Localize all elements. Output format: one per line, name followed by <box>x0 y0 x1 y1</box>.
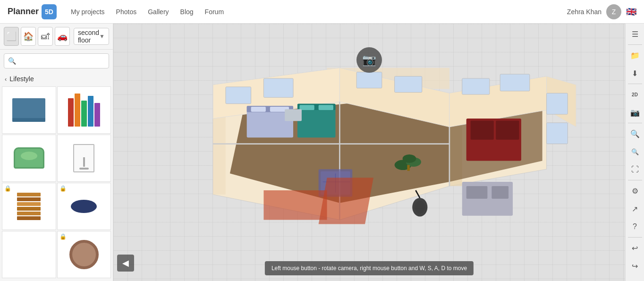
tool-car[interactable]: 🚗 <box>55 27 70 46</box>
lock-icon: 🔒 <box>59 185 67 192</box>
fullscreen-button[interactable]: ⛶ <box>627 161 644 178</box>
svg-rect-14 <box>226 87 251 104</box>
nav-photos[interactable]: Photos <box>116 8 137 16</box>
nav-back-arrow[interactable]: ◀ <box>117 255 134 272</box>
svg-rect-31 <box>471 120 494 139</box>
divider <box>628 84 642 84</box>
menu-button[interactable]: ☰ <box>627 26 644 43</box>
floor-plan-svg <box>151 43 587 262</box>
chevron-left-icon: ◀ <box>122 258 129 268</box>
svg-rect-28 <box>299 105 314 110</box>
tool-home[interactable]: 🏠 <box>21 27 36 46</box>
share-button[interactable]: ↗ <box>627 200 644 217</box>
tool-sofa[interactable]: 🛋 <box>38 27 53 46</box>
divider <box>628 180 642 180</box>
svg-rect-32 <box>496 120 519 139</box>
svg-point-36 <box>403 154 416 163</box>
logo-badge: 5D <box>42 4 57 19</box>
svg-point-48 <box>415 201 425 213</box>
zoom-out-button[interactable]: 🔍 <box>627 143 644 160</box>
search-bar[interactable]: 🔍 <box>4 53 109 68</box>
list-item[interactable] <box>2 86 56 134</box>
toolbar: ⬜ 🏠 🛋 🚗 second floor ▼ <box>0 24 113 50</box>
tool-new[interactable]: ⬜ <box>4 27 19 46</box>
svg-rect-17 <box>395 77 422 93</box>
user-area: Zehra Khan Z 🇬🇧 <box>567 4 636 19</box>
list-item[interactable]: 🔒 <box>57 183 111 230</box>
avatar[interactable]: Z <box>606 4 621 19</box>
list-item[interactable]: 🔒 <box>2 183 56 230</box>
list-item[interactable]: 🔒 <box>2 231 56 278</box>
items-grid: 🔒 🔒 🔒 🔒 <box>0 85 113 279</box>
item-books-colorful <box>63 92 105 128</box>
svg-rect-33 <box>285 109 302 121</box>
svg-rect-24 <box>251 107 266 112</box>
tooltip-bar: Left mouse button - rotate camera, right… <box>265 261 474 275</box>
svg-rect-16 <box>356 72 382 88</box>
svg-rect-45 <box>466 186 488 199</box>
redo-button[interactable]: ↪ <box>627 257 644 274</box>
settings-button[interactable]: ⚙ <box>627 182 644 199</box>
zoom-in-button[interactable]: 🔍 <box>627 125 644 142</box>
search-input[interactable] <box>19 58 105 65</box>
help-button[interactable]: ? <box>627 218 644 235</box>
svg-rect-21 <box>547 123 568 144</box>
list-item[interactable] <box>57 86 111 134</box>
lock-icon: 🔒 <box>4 185 11 192</box>
list-item[interactable]: 🔒 <box>57 231 111 278</box>
2d-mode-button[interactable]: 2D <box>627 86 644 103</box>
divider <box>628 44 642 45</box>
item-bathtub <box>8 140 50 177</box>
canvas-area[interactable]: 📷 <box>113 24 625 281</box>
nav-links: My projects Photos Gallery Blog Forum <box>71 8 567 16</box>
nav-my-projects[interactable]: My projects <box>71 8 105 16</box>
download-button[interactable]: ⬇ <box>627 65 644 82</box>
category-name: Lifestyle <box>9 75 34 83</box>
floor-select-value: second floor <box>78 29 99 44</box>
chevron-down-icon: ▼ <box>99 33 105 40</box>
right-panel: ☰ 📁 ⬇ 2D 📷 🔍 🔍 ⛶ ⚙ ↗ ? ↩ ↪ <box>625 24 644 281</box>
nav-gallery[interactable]: Gallery <box>148 8 169 16</box>
logo-text: Planner <box>8 7 39 17</box>
list-item[interactable] <box>2 135 56 182</box>
screenshot-button[interactable]: 📷 <box>356 47 382 73</box>
camera-icon: 📷 <box>362 53 376 67</box>
top-nav: Planner 5D My projects Photos Gallery Bl… <box>0 0 644 24</box>
item-book-blue <box>8 92 50 128</box>
svg-marker-42 <box>263 190 327 220</box>
item-whiteboard <box>63 140 105 177</box>
svg-rect-18 <box>462 78 490 94</box>
category-header[interactable]: ‹ Lifestyle <box>0 72 113 85</box>
item-books-stack <box>8 188 50 225</box>
undo-button[interactable]: ↩ <box>627 239 644 256</box>
divider <box>628 237 642 238</box>
nav-forum[interactable]: Forum <box>205 8 224 16</box>
floor-selector[interactable]: second floor ▼ <box>74 28 109 45</box>
svg-rect-29 <box>319 105 333 110</box>
floor-plan-3d <box>151 43 587 262</box>
svg-rect-20 <box>547 93 568 114</box>
files-button[interactable]: 📁 <box>627 47 644 64</box>
divider <box>628 123 642 123</box>
lock-icon: 🔒 <box>59 233 67 240</box>
svg-rect-19 <box>500 74 530 91</box>
sidebar: 🔍 ‹ Lifestyle <box>0 50 113 281</box>
zoom-out-icon: 🔍 <box>631 148 639 155</box>
search-icon: 🔍 <box>8 57 16 65</box>
zoom-in-icon: 🔍 <box>630 129 640 138</box>
camera-button[interactable]: 📷 <box>627 104 644 121</box>
user-name: Zehra Khan <box>567 8 602 16</box>
2d-label: 2D <box>632 92 638 97</box>
item-rug-round <box>63 236 105 273</box>
svg-rect-46 <box>491 186 508 199</box>
logo[interactable]: Planner 5D <box>8 4 57 19</box>
svg-rect-15 <box>263 78 293 97</box>
nav-blog[interactable]: Blog <box>180 8 194 16</box>
list-item[interactable] <box>57 135 111 182</box>
chevron-left-icon: ‹ <box>5 76 7 83</box>
language-flag[interactable]: 🇬🇧 <box>626 7 636 17</box>
svg-rect-37 <box>407 165 409 171</box>
item-pillow <box>63 188 105 225</box>
svg-marker-43 <box>319 178 373 224</box>
